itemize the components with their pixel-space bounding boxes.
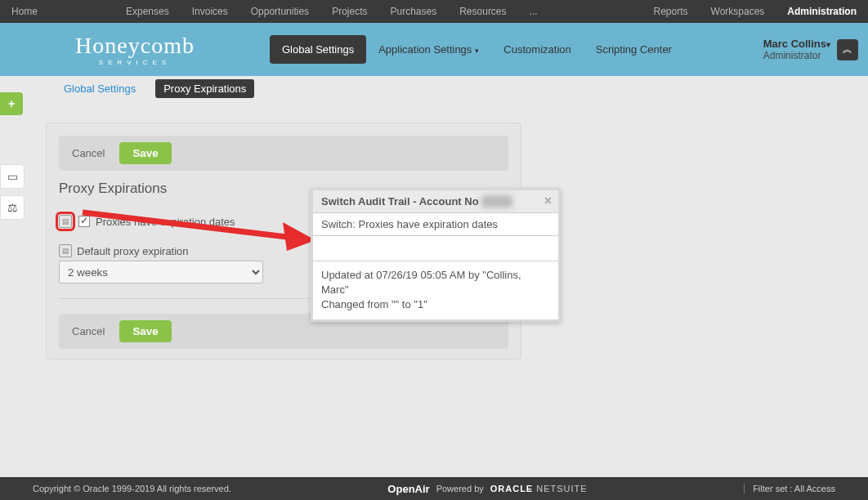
nav-opportunities[interactable]: Opportunities (239, 6, 320, 17)
proxies-expiration-checkbox[interactable] (78, 216, 90, 227)
balance-button[interactable]: ⚖ (0, 195, 25, 220)
top-button-row: Cancel Save (59, 136, 508, 171)
logo[interactable]: Honeycomb SERVICES (0, 33, 270, 66)
nav-expenses[interactable]: Expenses (114, 6, 181, 17)
footer-copyright: Copyright © Oracle 1999-2019 All rights … (33, 484, 231, 493)
popup-empty-row (313, 236, 558, 261)
nav-purchases[interactable]: Purchases (378, 6, 448, 17)
chat-button[interactable]: ▭ (0, 164, 25, 189)
nav-invoices[interactable]: Invoices (181, 6, 239, 17)
header-nav: Global Settings Application Settings Cus… (270, 35, 763, 64)
hnav-scripting-center[interactable]: Scripting Center (584, 35, 684, 64)
close-icon: × (544, 194, 552, 208)
cancel-button-top[interactable]: Cancel (72, 147, 105, 159)
user-name: Marc Collins (763, 38, 826, 50)
speech-bubble-icon: ▭ (7, 170, 18, 183)
default-expiration-label: Default proxy expiration (77, 245, 189, 257)
hnav-global-settings[interactable]: Global Settings (270, 35, 366, 64)
footer: Copyright © Oracle 1999-2019 All rights … (0, 477, 868, 500)
redacted-account-no: 000 (481, 195, 512, 208)
default-expiration-select[interactable]: 2 weeks (59, 261, 263, 283)
breadcrumb: Global Settings Proxy Expirations (0, 76, 868, 100)
audit-trail-icon[interactable]: ▤ (59, 215, 72, 228)
popup-changed-line: Changed from "" to "1" (321, 297, 550, 312)
header: Honeycomb SERVICES Global Settings Appli… (0, 23, 868, 76)
footer-filter[interactable]: Filter set : All Access (744, 484, 835, 493)
breadcrumb-root[interactable]: Global Settings (56, 79, 144, 98)
left-rail: + ▭ ⚖ (0, 76, 23, 226)
top-nav: Home Expenses Invoices Opportunities Pro… (0, 0, 868, 23)
audit-trail-popup: Switch Audit Trail - Account No 000 × Sw… (311, 188, 561, 322)
logo-text: Honeycomb (75, 33, 195, 59)
nav-more[interactable]: ... (518, 6, 549, 17)
openair-logo: OpenAir (387, 483, 429, 495)
hnav-application-settings[interactable]: Application Settings (366, 35, 491, 64)
popup-updated-line: Updated at 07/26/19 05:05 AM by "Collins… (321, 268, 550, 297)
plus-icon: + (8, 97, 15, 110)
popup-switch-row: Switch: Proxies have expiration dates (313, 213, 558, 236)
add-button[interactable]: + (0, 92, 23, 115)
popup-title: Switch Audit Trail - Account No 000 × (313, 190, 558, 213)
user-menu[interactable]: Marc Collins▾ Administrator ︽ (763, 38, 868, 61)
save-button-bottom[interactable]: Save (119, 320, 171, 342)
nav-home[interactable]: Home (0, 6, 49, 17)
popup-body: Updated at 07/26/19 05:05 AM by "Collins… (313, 261, 558, 319)
hnav-customization[interactable]: Customization (491, 35, 583, 64)
nav-resources[interactable]: Resources (448, 6, 517, 17)
chevron-up-icon: ︽ (843, 42, 852, 56)
footer-powered: Powered by (436, 484, 484, 493)
cancel-button-bottom[interactable]: Cancel (72, 325, 105, 337)
nav-projects[interactable]: Projects (320, 6, 378, 17)
nav-reports[interactable]: Reports (642, 6, 699, 17)
popup-close-button[interactable]: × (544, 194, 552, 208)
oracle-netsuite-logo: ORACLE NETSUITE (490, 484, 588, 493)
logo-subtext: SERVICES (99, 59, 171, 66)
collapse-header-button[interactable]: ︽ (837, 39, 858, 60)
nav-workspaces[interactable]: Workspaces (700, 6, 776, 17)
proxies-expiration-label: Proxies have expiration dates (96, 216, 235, 228)
breadcrumb-current: Proxy Expirations (155, 79, 254, 98)
save-button-top[interactable]: Save (119, 142, 171, 164)
user-role: Administrator (763, 50, 830, 61)
balance-scale-icon: ⚖ (7, 201, 18, 214)
audit-trail-icon[interactable]: ▤ (59, 244, 72, 257)
nav-administration[interactable]: Administration (776, 6, 868, 17)
